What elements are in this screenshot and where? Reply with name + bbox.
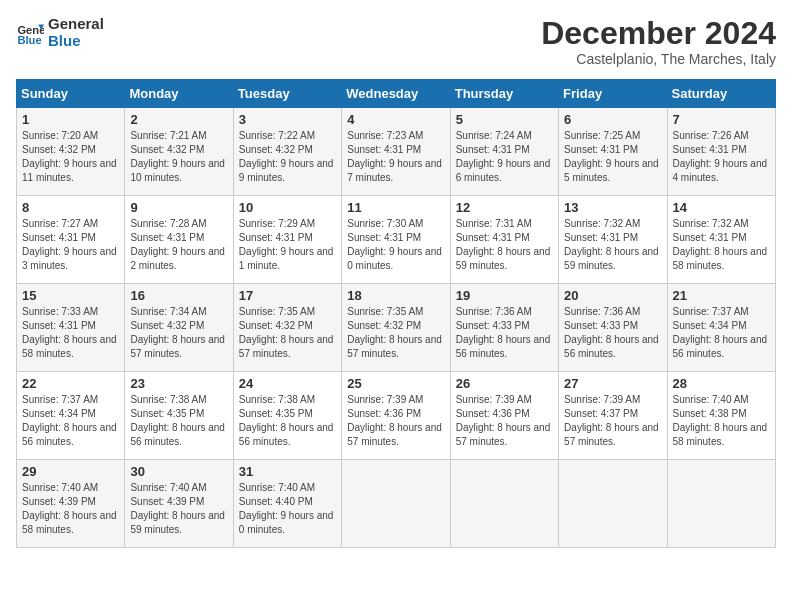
calendar-cell [450, 460, 558, 548]
calendar-cell: 6 Sunrise: 7:25 AM Sunset: 4:31 PM Dayli… [559, 108, 667, 196]
header-saturday: Saturday [667, 80, 775, 108]
day-info: Sunrise: 7:39 AM Sunset: 4:36 PM Dayligh… [456, 393, 553, 449]
calendar-cell: 5 Sunrise: 7:24 AM Sunset: 4:31 PM Dayli… [450, 108, 558, 196]
header-sunday: Sunday [17, 80, 125, 108]
calendar-cell [667, 460, 775, 548]
calendar-cell: 8 Sunrise: 7:27 AM Sunset: 4:31 PM Dayli… [17, 196, 125, 284]
calendar-cell: 11 Sunrise: 7:30 AM Sunset: 4:31 PM Dayl… [342, 196, 450, 284]
calendar-week-row: 29 Sunrise: 7:40 AM Sunset: 4:39 PM Dayl… [17, 460, 776, 548]
day-number: 24 [239, 376, 336, 391]
weekday-header-row: Sunday Monday Tuesday Wednesday Thursday… [17, 80, 776, 108]
day-number: 5 [456, 112, 553, 127]
calendar-week-row: 22 Sunrise: 7:37 AM Sunset: 4:34 PM Dayl… [17, 372, 776, 460]
day-number: 23 [130, 376, 227, 391]
day-info: Sunrise: 7:35 AM Sunset: 4:32 PM Dayligh… [347, 305, 444, 361]
day-number: 13 [564, 200, 661, 215]
calendar-cell: 29 Sunrise: 7:40 AM Sunset: 4:39 PM Dayl… [17, 460, 125, 548]
calendar-cell: 25 Sunrise: 7:39 AM Sunset: 4:36 PM Dayl… [342, 372, 450, 460]
day-number: 7 [673, 112, 770, 127]
day-number: 9 [130, 200, 227, 215]
calendar-cell: 19 Sunrise: 7:36 AM Sunset: 4:33 PM Dayl… [450, 284, 558, 372]
calendar-cell: 4 Sunrise: 7:23 AM Sunset: 4:31 PM Dayli… [342, 108, 450, 196]
title-area: December 2024 Castelplanio, The Marches,… [541, 16, 776, 67]
header-monday: Monday [125, 80, 233, 108]
calendar-cell: 14 Sunrise: 7:32 AM Sunset: 4:31 PM Dayl… [667, 196, 775, 284]
day-number: 19 [456, 288, 553, 303]
day-info: Sunrise: 7:40 AM Sunset: 4:38 PM Dayligh… [673, 393, 770, 449]
calendar-cell [342, 460, 450, 548]
day-info: Sunrise: 7:37 AM Sunset: 4:34 PM Dayligh… [22, 393, 119, 449]
day-number: 26 [456, 376, 553, 391]
calendar-cell: 17 Sunrise: 7:35 AM Sunset: 4:32 PM Dayl… [233, 284, 341, 372]
location-subtitle: Castelplanio, The Marches, Italy [541, 51, 776, 67]
calendar-cell: 7 Sunrise: 7:26 AM Sunset: 4:31 PM Dayli… [667, 108, 775, 196]
day-number: 22 [22, 376, 119, 391]
calendar-week-row: 8 Sunrise: 7:27 AM Sunset: 4:31 PM Dayli… [17, 196, 776, 284]
day-number: 10 [239, 200, 336, 215]
day-info: Sunrise: 7:21 AM Sunset: 4:32 PM Dayligh… [130, 129, 227, 185]
calendar-cell: 24 Sunrise: 7:38 AM Sunset: 4:35 PM Dayl… [233, 372, 341, 460]
calendar-cell [559, 460, 667, 548]
day-info: Sunrise: 7:39 AM Sunset: 4:36 PM Dayligh… [347, 393, 444, 449]
day-info: Sunrise: 7:40 AM Sunset: 4:40 PM Dayligh… [239, 481, 336, 537]
day-info: Sunrise: 7:32 AM Sunset: 4:31 PM Dayligh… [673, 217, 770, 273]
day-number: 2 [130, 112, 227, 127]
day-info: Sunrise: 7:27 AM Sunset: 4:31 PM Dayligh… [22, 217, 119, 273]
calendar-week-row: 15 Sunrise: 7:33 AM Sunset: 4:31 PM Dayl… [17, 284, 776, 372]
day-info: Sunrise: 7:35 AM Sunset: 4:32 PM Dayligh… [239, 305, 336, 361]
logo-icon: General Blue [16, 19, 44, 47]
page-header: General Blue General Blue December 2024 … [16, 16, 776, 67]
day-number: 21 [673, 288, 770, 303]
day-number: 17 [239, 288, 336, 303]
day-info: Sunrise: 7:28 AM Sunset: 4:31 PM Dayligh… [130, 217, 227, 273]
day-info: Sunrise: 7:36 AM Sunset: 4:33 PM Dayligh… [564, 305, 661, 361]
calendar-cell: 1 Sunrise: 7:20 AM Sunset: 4:32 PM Dayli… [17, 108, 125, 196]
day-info: Sunrise: 7:26 AM Sunset: 4:31 PM Dayligh… [673, 129, 770, 185]
day-number: 4 [347, 112, 444, 127]
day-number: 16 [130, 288, 227, 303]
day-number: 27 [564, 376, 661, 391]
calendar-cell: 27 Sunrise: 7:39 AM Sunset: 4:37 PM Dayl… [559, 372, 667, 460]
day-info: Sunrise: 7:40 AM Sunset: 4:39 PM Dayligh… [130, 481, 227, 537]
calendar-cell: 12 Sunrise: 7:31 AM Sunset: 4:31 PM Dayl… [450, 196, 558, 284]
day-number: 8 [22, 200, 119, 215]
calendar-cell: 9 Sunrise: 7:28 AM Sunset: 4:31 PM Dayli… [125, 196, 233, 284]
day-info: Sunrise: 7:32 AM Sunset: 4:31 PM Dayligh… [564, 217, 661, 273]
calendar-cell: 30 Sunrise: 7:40 AM Sunset: 4:39 PM Dayl… [125, 460, 233, 548]
calendar-cell: 21 Sunrise: 7:37 AM Sunset: 4:34 PM Dayl… [667, 284, 775, 372]
day-info: Sunrise: 7:40 AM Sunset: 4:39 PM Dayligh… [22, 481, 119, 537]
calendar-cell: 18 Sunrise: 7:35 AM Sunset: 4:32 PM Dayl… [342, 284, 450, 372]
day-info: Sunrise: 7:34 AM Sunset: 4:32 PM Dayligh… [130, 305, 227, 361]
day-number: 6 [564, 112, 661, 127]
logo: General Blue General Blue [16, 16, 104, 49]
calendar-cell: 3 Sunrise: 7:22 AM Sunset: 4:32 PM Dayli… [233, 108, 341, 196]
day-info: Sunrise: 7:29 AM Sunset: 4:31 PM Dayligh… [239, 217, 336, 273]
day-number: 30 [130, 464, 227, 479]
day-number: 1 [22, 112, 119, 127]
calendar-cell: 28 Sunrise: 7:40 AM Sunset: 4:38 PM Dayl… [667, 372, 775, 460]
logo-line2: Blue [48, 33, 104, 50]
day-info: Sunrise: 7:38 AM Sunset: 4:35 PM Dayligh… [239, 393, 336, 449]
day-number: 28 [673, 376, 770, 391]
day-info: Sunrise: 7:20 AM Sunset: 4:32 PM Dayligh… [22, 129, 119, 185]
svg-text:Blue: Blue [17, 34, 41, 46]
day-number: 11 [347, 200, 444, 215]
day-number: 15 [22, 288, 119, 303]
day-number: 31 [239, 464, 336, 479]
day-info: Sunrise: 7:24 AM Sunset: 4:31 PM Dayligh… [456, 129, 553, 185]
day-number: 29 [22, 464, 119, 479]
day-info: Sunrise: 7:36 AM Sunset: 4:33 PM Dayligh… [456, 305, 553, 361]
calendar-cell: 2 Sunrise: 7:21 AM Sunset: 4:32 PM Dayli… [125, 108, 233, 196]
header-thursday: Thursday [450, 80, 558, 108]
calendar-cell: 22 Sunrise: 7:37 AM Sunset: 4:34 PM Dayl… [17, 372, 125, 460]
day-info: Sunrise: 7:37 AM Sunset: 4:34 PM Dayligh… [673, 305, 770, 361]
calendar-cell: 31 Sunrise: 7:40 AM Sunset: 4:40 PM Dayl… [233, 460, 341, 548]
month-title: December 2024 [541, 16, 776, 51]
header-tuesday: Tuesday [233, 80, 341, 108]
day-info: Sunrise: 7:30 AM Sunset: 4:31 PM Dayligh… [347, 217, 444, 273]
header-wednesday: Wednesday [342, 80, 450, 108]
day-info: Sunrise: 7:38 AM Sunset: 4:35 PM Dayligh… [130, 393, 227, 449]
calendar-cell: 15 Sunrise: 7:33 AM Sunset: 4:31 PM Dayl… [17, 284, 125, 372]
calendar-cell: 23 Sunrise: 7:38 AM Sunset: 4:35 PM Dayl… [125, 372, 233, 460]
day-info: Sunrise: 7:39 AM Sunset: 4:37 PM Dayligh… [564, 393, 661, 449]
